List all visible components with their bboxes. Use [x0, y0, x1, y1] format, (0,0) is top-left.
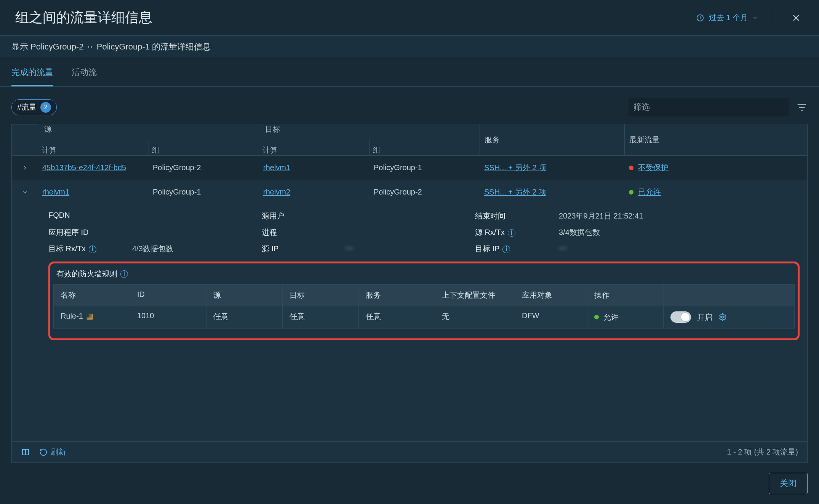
rule-toggle-cell: 开启	[663, 306, 794, 328]
dialog-titlebar: 组之间的流量详细信息 过去 1 个月	[0, 0, 819, 36]
label-src-rxtx: 源 Rx/Txi	[475, 227, 547, 238]
rule-source-cell: 任意	[206, 306, 282, 328]
source-compute-cell[interactable]: rhelvm1	[38, 181, 148, 203]
clock-icon	[696, 14, 704, 22]
label-fqdn: FQDN	[48, 211, 121, 221]
firewall-rules-title: 有效的防火墙规则 i	[53, 266, 795, 284]
flow-count-chip[interactable]: #流量 2	[11, 99, 57, 115]
gear-icon[interactable]	[718, 313, 727, 321]
tab-completed-flows[interactable]: 完成的流量	[11, 58, 53, 86]
value-end-time: 2023年9月21日 21:52:41	[559, 211, 643, 221]
firewall-rules-table: 名称 ID 源 目标 服务 上下文配置文件 应用对象 操作 Rule-1▦	[53, 284, 795, 329]
header-source: 源	[41, 124, 243, 140]
value-src-ip: —	[346, 244, 353, 254]
time-range-label: 过去 1 个月	[709, 13, 748, 23]
label-dst-rxtx: 目标 Rx/Txi	[48, 244, 121, 254]
label-end-time: 结束时间	[475, 211, 547, 221]
source-group-cell: PolicyGroup-2	[148, 156, 259, 179]
action-dot-allow	[594, 315, 599, 319]
svg-point-1	[721, 316, 724, 318]
source-compute-cell[interactable]: 45b137b5-e24f-412f-bd5	[38, 156, 148, 179]
info-icon[interactable]: i	[502, 246, 510, 253]
status-cell: 不受保护	[624, 156, 807, 180]
rule-applied-to-cell: DFW	[515, 306, 587, 328]
service-cell[interactable]: SSH... + 另外 2 项	[480, 156, 624, 180]
tab-active-flows[interactable]: 活动流	[72, 58, 97, 86]
close-icon[interactable]	[789, 13, 804, 23]
value-src-rxtx: 3/4数据包数	[559, 227, 600, 238]
close-button[interactable]: 关闭	[769, 473, 808, 494]
label-process: 进程	[262, 227, 334, 238]
rule-enabled-toggle[interactable]	[670, 311, 691, 323]
flows-table: 源 计算 组 目标 计算 组 服务 最新流量	[11, 124, 808, 463]
dialog-footer: 关闭	[0, 463, 819, 504]
service-cell[interactable]: SSH... + 另外 2 项	[480, 180, 624, 204]
target-group-cell: PolicyGroup-1	[369, 156, 480, 179]
expand-button[interactable]	[12, 158, 38, 178]
chip-count: 2	[40, 102, 51, 113]
details-grid: FQDN 源用户 结束时间2023年9月21日 21:52:41 应用程序 ID…	[12, 207, 807, 262]
status-dot-unprotected	[629, 166, 633, 170]
info-icon[interactable]: i	[120, 270, 128, 278]
column-group-source: 源 计算 组	[38, 124, 259, 155]
target-group-cell: PolicyGroup-2	[369, 181, 480, 203]
source-group-cell: PolicyGroup-1	[148, 181, 259, 203]
status-dot-allowed	[629, 190, 633, 195]
table-row: rhelvm1 PolicyGroup-1 rhelvm2 PolicyGrou…	[12, 180, 807, 204]
rule-header-name: 名称	[54, 285, 130, 306]
rule-type-icon: ▦	[86, 312, 93, 320]
rule-header-id: ID	[130, 285, 206, 306]
label-app-id: 应用程序 ID	[48, 227, 121, 238]
table-row: 45b137b5-e24f-412f-bd5 PolicyGroup-2 rhe…	[12, 155, 807, 180]
rule-header-source: 源	[206, 285, 282, 306]
column-group-target: 目标 计算 组	[259, 124, 480, 155]
filter-icon[interactable]	[796, 102, 808, 113]
rule-header-context: 上下文配置文件	[435, 285, 515, 306]
label-src-ip: 源 IP	[262, 244, 334, 254]
status-link[interactable]: 不受保护	[638, 163, 669, 173]
rule-target-cell: 任意	[282, 306, 358, 328]
header-target: 目标	[262, 124, 464, 140]
target-compute-cell[interactable]: rhelvm1	[259, 156, 369, 179]
tabs: 完成的流量 活动流	[0, 58, 819, 87]
header-target-compute: 计算	[259, 140, 370, 155]
rule-header-action: 操作	[587, 285, 663, 306]
pagination-range: 1 - 2 项 (共 2 项流量)	[727, 447, 798, 457]
target-compute-cell[interactable]: rhelvm2	[259, 181, 369, 203]
expand-column-header	[12, 124, 38, 155]
dialog-subtitle: 显示 PolicyGroup-2 ↔ PolicyGroup-1 的流量详细信息	[0, 36, 819, 58]
table-header: 源 计算 组 目标 计算 组 服务 最新流量	[12, 124, 807, 155]
header-service: 服务	[480, 124, 624, 155]
chevron-down-icon	[752, 15, 758, 21]
rule-context-cell: 无	[435, 306, 515, 328]
rule-service-cell: 任意	[358, 306, 435, 328]
chip-label: #流量	[17, 102, 37, 112]
rule-header-applied-to: 应用对象	[515, 285, 587, 306]
header-source-group: 组	[149, 140, 259, 155]
rule-action-label: 允许	[603, 312, 619, 322]
rules-table-header: 名称 ID 源 目标 服务 上下文配置文件 应用对象 操作	[54, 285, 794, 306]
rule-header-toggle	[663, 285, 794, 306]
dialog-title: 组之间的流量详细信息	[15, 8, 152, 27]
rule-action-cell: 允许	[587, 306, 663, 328]
rule-name-cell: Rule-1▦	[54, 306, 130, 328]
info-icon[interactable]: i	[89, 246, 96, 253]
traffic-details-dialog: 组之间的流量详细信息 过去 1 个月 显示 PolicyGroup-2 ↔ Po…	[0, 0, 819, 504]
header-source-compute: 计算	[38, 140, 149, 155]
status-link[interactable]: 已允许	[638, 187, 661, 197]
rule-id-cell: 1010	[130, 306, 206, 328]
value-dst-ip: —	[559, 244, 566, 254]
rule-header-target: 目标	[282, 285, 358, 306]
status-cell: 已允许	[624, 180, 807, 204]
value-dst-rxtx: 4/3数据包数	[132, 244, 173, 254]
time-range-dropdown[interactable]: 过去 1 个月	[696, 10, 773, 25]
filter-input[interactable]	[629, 98, 789, 116]
info-icon[interactable]: i	[508, 229, 515, 237]
table-footer: 刷新 1 - 2 项 (共 2 项流量)	[12, 441, 807, 463]
firewall-rules-section: 有效的防火墙规则 i 名称 ID 源 目标 服务 上下文配置文件 应用对象 操作	[48, 262, 800, 340]
collapse-button[interactable]	[12, 182, 38, 203]
rule-toggle-label: 开启	[697, 312, 712, 322]
columns-icon[interactable]	[21, 448, 30, 457]
refresh-button[interactable]: 刷新	[39, 447, 66, 457]
rule-header-service: 服务	[358, 285, 435, 306]
